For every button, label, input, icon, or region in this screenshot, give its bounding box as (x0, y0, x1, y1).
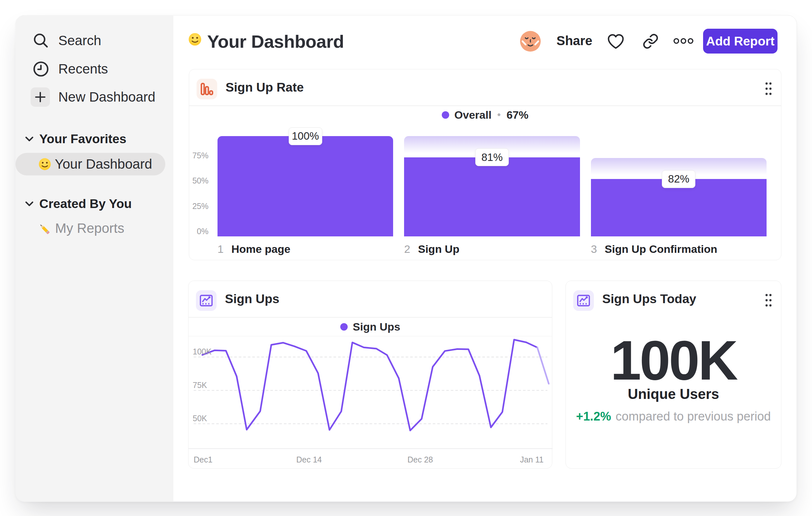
line-y-tick: 50K (193, 414, 207, 423)
sidebar-item-label: Recents (58, 61, 108, 77)
pencil-emoji (37, 221, 52, 236)
sidebar-item-your-dashboard[interactable]: Your Dashboard (16, 153, 165, 175)
line-x-tick: Jan 11 (520, 455, 544, 464)
card-header: Sign Ups Today (566, 281, 781, 317)
sidebar-item-new-dashboard[interactable]: New Dashboard (31, 87, 155, 107)
funnel-y-tick: 0% (189, 227, 208, 236)
line-chart: 100K75K50KDec1Dec 14Dec 28Jan 11 (188, 281, 552, 468)
metric-label: Unique Users (566, 386, 781, 402)
line-x-tick: Dec1 (194, 455, 212, 464)
funnel-step-label: 2Sign Up (404, 243, 459, 255)
smiley-emoji (188, 33, 201, 46)
line-y-tick: 100K (193, 347, 211, 356)
page-title: Your Dashboard (207, 31, 344, 52)
smiley-emoji (39, 158, 51, 170)
chevron-down-icon (25, 201, 33, 207)
metric-value: 100K (566, 332, 781, 388)
sidebar-section-your-favorites[interactable]: Your Favorites (25, 132, 126, 146)
funnel-step-label: 3Sign Up Confirmation (591, 243, 717, 255)
sidebar-item-recents[interactable]: Recents (31, 59, 108, 79)
sidebar-item-my-reports[interactable]: My Reports (37, 220, 124, 236)
card-sign-ups: Sign Ups Sign Ups 100K75K50KDec1Dec 14De… (188, 280, 552, 469)
search-icon (31, 30, 51, 51)
sidebar-item-label: Search (58, 33, 101, 48)
metric-delta-note: compared to previous period (616, 410, 771, 423)
funnel-y-tick: 75% (189, 151, 208, 160)
link-icon[interactable] (642, 33, 659, 51)
line-series (202, 340, 538, 431)
section-label: Created By You (39, 197, 132, 211)
drag-handle-icon[interactable] (765, 293, 772, 309)
line-chart-svg (188, 281, 553, 469)
funnel-bar-solid (218, 136, 393, 236)
step-name: Home page (231, 243, 290, 255)
heart-icon[interactable] (607, 33, 625, 51)
step-number: 1 (218, 243, 224, 255)
funnel-bar[interactable] (218, 136, 393, 236)
metric-delta-row: +1.2%compared to previous period (566, 410, 781, 424)
line-x-tick: Dec 28 (408, 455, 433, 464)
metric-delta: +1.2% (576, 410, 611, 423)
add-report-button[interactable]: Add Report (703, 29, 778, 54)
plus-icon (31, 87, 50, 107)
funnel-bar-solid (404, 157, 580, 236)
card-title: Sign Ups Today (602, 292, 696, 306)
funnel-step-label: 1Home page (218, 243, 290, 255)
funnel-chart: 75%50%25%0%100%1Home page81%2Sign Up82%3… (189, 69, 781, 260)
sidebar-section-created-by-you[interactable]: Created By You (25, 196, 132, 211)
step-number: 2 (404, 243, 410, 255)
sidebar-item-label: My Reports (55, 221, 124, 236)
sidebar-item-label: Your Dashboard (55, 156, 152, 172)
section-label: Your Favorites (39, 132, 126, 146)
line-y-tick: 75K (193, 381, 207, 390)
line-series (538, 348, 549, 384)
funnel-value-chip: 100% (289, 127, 322, 145)
card-sign-ups-today: Sign Ups Today 100K Unique Users +1.2%co… (566, 280, 781, 469)
card-sign-up-rate: Sign Up Rate Overall • 67% 75%50%25%0%10… (189, 69, 781, 260)
step-number: 3 (591, 243, 597, 255)
ellipsis-icon[interactable] (673, 37, 694, 46)
share-button[interactable]: Share (556, 33, 592, 48)
step-name: Sign Up Confirmation (605, 243, 717, 255)
funnel-value-chip: 82% (662, 170, 695, 188)
line-chart-icon (573, 290, 594, 311)
funnel-value-chip: 81% (475, 148, 509, 166)
funnel-y-tick: 50% (189, 176, 208, 185)
chevron-down-icon (25, 136, 33, 142)
clock-icon (31, 59, 51, 79)
sidebar-item-search[interactable]: Search (31, 30, 101, 51)
avatar-zen-face[interactable] (520, 31, 541, 52)
line-x-tick: Dec 14 (296, 455, 322, 464)
funnel-y-tick: 25% (189, 201, 208, 211)
sidebar-item-label: New Dashboard (58, 89, 155, 105)
step-name: Sign Up (418, 243, 459, 255)
